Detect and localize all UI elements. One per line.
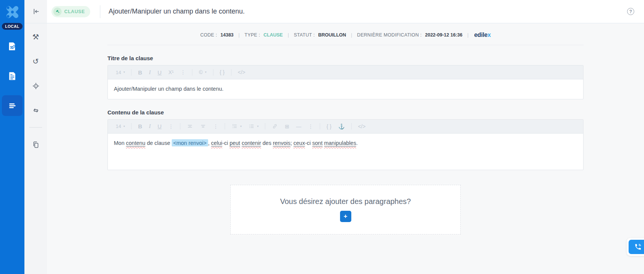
align-left-button[interactable] <box>183 123 197 129</box>
add-paragraph-button[interactable]: + <box>340 211 351 222</box>
chevron-down-icon: ▾ <box>240 125 242 128</box>
main-area: CLAUSE Ajouter/Manipuler un champ dans l… <box>47 0 644 274</box>
toolbar-separator <box>131 69 132 76</box>
font-size-select[interactable]: 14▾ <box>112 124 128 129</box>
clause-type-badge: CLAUSE <box>51 6 90 17</box>
misspelled-word-text: celui <box>211 140 222 146</box>
edilex-logo-x: x <box>487 32 491 38</box>
chevron-down-icon: ▾ <box>257 125 259 128</box>
underline-glyph: U <box>157 70 162 75</box>
add-paragraph-box: Vous désirez ajouter des paragraphes? + <box>230 185 461 234</box>
bullet-list-button[interactable]: ▾ <box>245 123 262 129</box>
bold-button[interactable]: B <box>135 123 145 129</box>
font-size-select[interactable]: 14▾ <box>112 70 128 75</box>
sidebar-item-redaction[interactable] <box>2 36 23 56</box>
meta-bar: CODE :14383|TYPE :CLAUSE|STATUT :BROUILL… <box>107 23 584 45</box>
overflow-menu-button[interactable]: ⋮ <box>165 124 177 129</box>
misspelled-word-text: manipulables <box>324 140 356 146</box>
collapse-sidebar-button[interactable] <box>28 4 43 19</box>
bold-glyph: B <box>138 123 142 129</box>
align-overflow-button[interactable]: ⋮ <box>210 124 222 129</box>
list-menu-icon <box>8 101 17 111</box>
renvoi-field-chip[interactable]: <mon renvoi> <box>172 139 208 146</box>
source-code-button[interactable]: </> <box>355 124 369 129</box>
superscript-glyph: X¹ <box>168 70 174 75</box>
tools-button[interactable]: ⚒ <box>28 29 43 44</box>
source-code-button[interactable]: </> <box>234 70 249 75</box>
title-text: Ajouter/Manipuler un champ dans le conte… <box>114 86 224 92</box>
meta-label: DERNIÈRE MODIFICATION : <box>357 32 422 38</box>
link-button[interactable] <box>268 123 281 129</box>
toolbar-separator <box>131 123 132 129</box>
italic-button[interactable]: I <box>145 70 154 75</box>
misspelled-word: ceux <box>293 140 305 146</box>
repeat-button[interactable] <box>28 103 43 118</box>
phone-icon <box>634 243 642 251</box>
anchor-button[interactable]: ⚓ <box>335 124 348 129</box>
sidebar-item-documents[interactable] <box>2 65 23 86</box>
meta-value: 2022-09-12 16:36 <box>425 32 462 38</box>
sidebar-item-clauses[interactable] <box>2 95 23 116</box>
list-ul-icon <box>248 123 255 129</box>
misspelled-word-text: contenir <box>242 140 261 146</box>
history-icon: ↺ <box>33 58 39 65</box>
source-code-glyph: </> <box>238 70 245 75</box>
copy-button[interactable] <box>28 137 43 152</box>
meta-separator: | <box>288 32 289 38</box>
underline-button[interactable]: U <box>154 123 165 129</box>
font-size-select-glyph: 14 <box>116 124 121 129</box>
repeat-icon <box>32 107 40 114</box>
chevron-down-icon: ▾ <box>205 71 207 74</box>
source-code-glyph: </> <box>358 124 366 129</box>
phone-button[interactable] <box>629 240 644 254</box>
misspelled-word: contenu <box>126 140 145 146</box>
bold-glyph: B <box>138 70 142 75</box>
toolbar-separator <box>351 123 352 129</box>
page-title: Ajouter/Manipuler un champ dans le conte… <box>109 8 245 15</box>
primary-nav <box>0 36 24 116</box>
insert-overflow-button[interactable]: ⋮ <box>305 124 317 129</box>
toolbar-separator <box>225 123 225 129</box>
edilex-logo-text: edile <box>474 32 487 38</box>
content-column: CODE :14383|TYPE :CLAUSE|STATUT :BROUILL… <box>107 23 584 274</box>
horizontal-rule-button[interactable]: — <box>293 124 305 129</box>
collapse-left-icon <box>32 8 40 15</box>
misspelled-word-text: renvois <box>273 140 290 146</box>
history-button[interactable]: ↺ <box>28 54 43 69</box>
braces-button[interactable]: { } <box>323 124 335 129</box>
misspelled-word: sont <box>312 140 322 146</box>
question-mark-icon: ? <box>629 9 632 14</box>
title-section: Titre de la clause 14▾BIUX¹⋮©▾{ }</> Ajo… <box>107 55 584 99</box>
tools-icon: ⚒ <box>32 33 39 41</box>
misspelled-word: celui <box>211 140 222 146</box>
content-editor-content[interactable]: Mon contenu de clause <mon renvoi>, celu… <box>108 134 583 170</box>
ordered-list-button[interactable]: ▾ <box>228 123 245 129</box>
insert-table-button[interactable]: ⊞ <box>281 124 293 129</box>
chevron-down-icon: ▾ <box>123 125 125 128</box>
edilex-logo: edilex <box>474 32 491 38</box>
underline-button[interactable]: U <box>154 70 165 75</box>
help-button[interactable]: ? <box>627 8 634 15</box>
copy-icon <box>32 141 40 149</box>
braces-glyph: { } <box>220 70 225 75</box>
braces-button[interactable]: { } <box>216 70 228 75</box>
locate-icon <box>32 82 40 90</box>
italic-button[interactable]: I <box>145 123 154 129</box>
meta-separator: | <box>239 32 240 38</box>
meta-separator: | <box>467 32 469 38</box>
misspelled-word: renvois <box>273 140 290 146</box>
gavel-icon <box>53 8 62 16</box>
superscript-button[interactable]: X¹ <box>165 70 177 75</box>
misspelled-word-text: ceux <box>293 140 305 146</box>
special-characters-glyph: © <box>199 70 203 75</box>
misspelled-word: manipulables <box>324 140 356 146</box>
title-editor: 14▾BIUX¹⋮©▾{ }</> Ajouter/Manipuler un c… <box>107 65 584 99</box>
align-center-button[interactable] <box>197 123 210 129</box>
bold-button[interactable]: B <box>135 70 145 75</box>
title-editor-content[interactable]: Ajouter/Manipuler un champ dans le conte… <box>108 79 583 99</box>
special-characters-button[interactable]: ©▾ <box>195 70 210 75</box>
toolbar-separator <box>265 123 265 129</box>
overflow-menu-button[interactable]: ⋮ <box>177 70 189 75</box>
locate-button[interactable] <box>28 78 43 93</box>
app-logo-icon[interactable] <box>4 4 21 20</box>
